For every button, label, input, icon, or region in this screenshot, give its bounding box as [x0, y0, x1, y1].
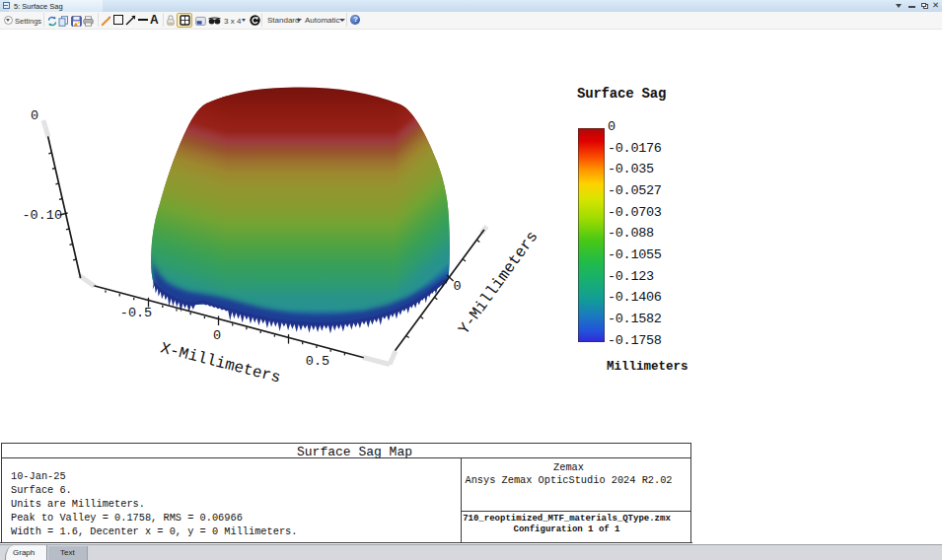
- svg-text:-0.10: -0.10: [22, 208, 62, 223]
- svg-text:X-Millimeters: X-Millimeters: [159, 339, 282, 386]
- svg-text:0: 0: [453, 279, 461, 294]
- svg-text:0: 0: [31, 108, 38, 123]
- svg-text:0.5: 0.5: [306, 354, 329, 369]
- svg-text:Y-Millimeters: Y-Millimeters: [455, 228, 542, 338]
- svg-text:-0.5: -0.5: [120, 306, 152, 320]
- svg-text:0: 0: [213, 328, 221, 343]
